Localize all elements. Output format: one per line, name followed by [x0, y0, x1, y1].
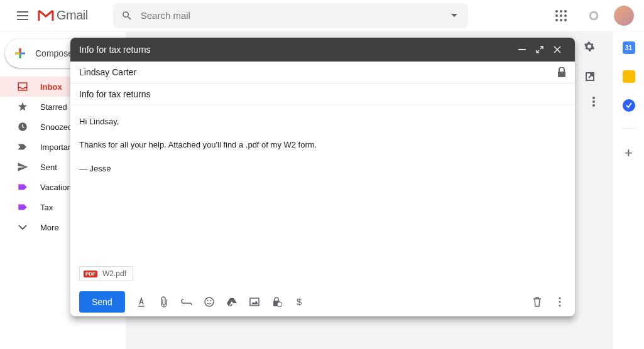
send-button[interactable]: Send	[79, 291, 125, 313]
sidebar-item-label: Sent	[40, 163, 57, 172]
inbox-icon	[16, 80, 29, 93]
label-icon	[16, 181, 29, 193]
svg-point-21	[207, 300, 208, 301]
svg-point-17	[592, 104, 595, 107]
search-icon	[119, 8, 134, 23]
sidebar-item-label: Snoozed	[40, 122, 72, 132]
hamburger-icon	[17, 11, 28, 20]
svg-point-28	[559, 301, 561, 303]
compose-label: Compose	[35, 48, 73, 58]
svg-point-0	[555, 10, 558, 13]
account-avatar[interactable]	[614, 6, 634, 26]
body-line: Hi Lindsay,	[79, 114, 566, 129]
gmail-wordmark: Gmail	[57, 8, 88, 23]
discard-draft-button[interactable]	[531, 296, 543, 308]
get-addons-button[interactable]: +	[625, 145, 633, 161]
svg-point-25	[277, 302, 282, 307]
gmail-m-icon	[38, 9, 54, 22]
kebab-icon	[592, 97, 595, 107]
sidebar-item-label: More	[40, 223, 59, 232]
insert-link-button[interactable]	[180, 296, 193, 308]
formatting-options-button[interactable]	[135, 296, 148, 308]
link-icon	[181, 299, 192, 305]
confidential-mode-button[interactable]	[271, 296, 283, 308]
confidential-mode-icon[interactable]	[557, 67, 566, 77]
fullscreen-button[interactable]	[531, 41, 548, 58]
tasks-addon[interactable]	[623, 99, 635, 112]
gear-icon	[584, 41, 595, 52]
lock-clock-icon	[272, 297, 282, 307]
sidebar-item-label: Vacation	[40, 183, 72, 192]
minimize-button[interactable]	[513, 41, 531, 58]
attachment-filename: W2.pdf	[102, 269, 126, 278]
svg-point-16	[592, 100, 595, 103]
emoji-icon	[204, 297, 214, 307]
attach-file-button[interactable]	[158, 296, 170, 308]
open-new-window-button[interactable]	[585, 72, 595, 82]
svg-rect-19	[558, 72, 565, 77]
side-panel: 31 +	[613, 31, 644, 349]
subject-row[interactable]: Info for tax returns	[70, 83, 575, 105]
insert-drive-button[interactable]	[226, 296, 238, 308]
recipients-row[interactable]: Lindsay Carter	[70, 62, 575, 83]
photo-icon	[249, 298, 259, 306]
calendar-addon[interactable]: 31	[623, 41, 635, 54]
compose-dialog: Info for tax returns Lindsay Carter Info…	[70, 38, 575, 316]
dollar-icon: $	[297, 297, 303, 307]
chevron-down-icon	[16, 221, 29, 234]
body-line: — Jesse	[79, 161, 566, 176]
svg-point-4	[560, 14, 562, 17]
keep-addon[interactable]	[623, 70, 635, 83]
compose-footer: Send $	[70, 287, 575, 316]
body-line: Thanks for all your help. Attached you'l…	[79, 137, 566, 152]
insert-money-button[interactable]: $	[293, 296, 306, 308]
svg-point-2	[564, 10, 567, 13]
subject-text[interactable]: Info for tax returns	[79, 89, 151, 99]
svg-point-27	[559, 298, 561, 299]
svg-point-5	[564, 14, 567, 17]
clock-icon	[16, 121, 29, 133]
svg-point-7	[560, 19, 562, 21]
gmail-logo[interactable]: Gmail	[38, 8, 88, 23]
attachment-chip[interactable]: PDF W2.pdf	[79, 266, 133, 281]
search-input[interactable]	[134, 10, 447, 21]
sidebar-item-label: Tax	[40, 203, 53, 212]
minimize-icon	[518, 49, 526, 50]
svg-point-10	[591, 13, 596, 18]
insert-emoji-button[interactable]	[203, 296, 216, 308]
svg-rect-18	[518, 49, 526, 50]
header-right	[548, 3, 634, 28]
star-icon	[16, 100, 29, 113]
svg-point-3	[555, 14, 558, 17]
app-header: Gmail	[0, 0, 644, 31]
plus-icon	[13, 46, 28, 61]
sidebar-item-label: Starred	[40, 102, 67, 112]
label-icon	[16, 201, 29, 213]
notifications-button[interactable]	[581, 3, 606, 28]
attachments-area: PDF W2.pdf	[70, 265, 575, 287]
search-options-dropdown[interactable]	[447, 8, 462, 23]
text-format-icon	[137, 297, 146, 307]
more-actions-button[interactable]	[592, 97, 595, 107]
more-options-button[interactable]	[554, 296, 566, 308]
svg-point-22	[210, 300, 211, 301]
settings-button[interactable]	[584, 41, 595, 52]
svg-rect-23	[250, 298, 259, 306]
search-box[interactable]	[113, 3, 468, 28]
expand-icon	[536, 46, 543, 53]
main-menu-button[interactable]	[10, 3, 35, 28]
recipient-chip[interactable]: Lindsay Carter	[79, 67, 136, 77]
svg-point-6	[555, 19, 558, 21]
apps-grid-icon	[555, 10, 567, 21]
google-apps-button[interactable]	[548, 3, 574, 28]
bell-icon	[587, 9, 600, 22]
close-button[interactable]	[548, 41, 566, 58]
trash-icon	[533, 297, 542, 307]
close-icon	[554, 46, 561, 53]
sidebar-item-label: Important	[40, 142, 75, 152]
svg-point-1	[560, 10, 562, 13]
compose-header[interactable]: Info for tax returns	[70, 38, 575, 62]
send-icon	[16, 161, 29, 173]
insert-photo-button[interactable]	[248, 296, 261, 308]
compose-body[interactable]: Hi Lindsay, Thanks for all your help. At…	[70, 105, 575, 265]
